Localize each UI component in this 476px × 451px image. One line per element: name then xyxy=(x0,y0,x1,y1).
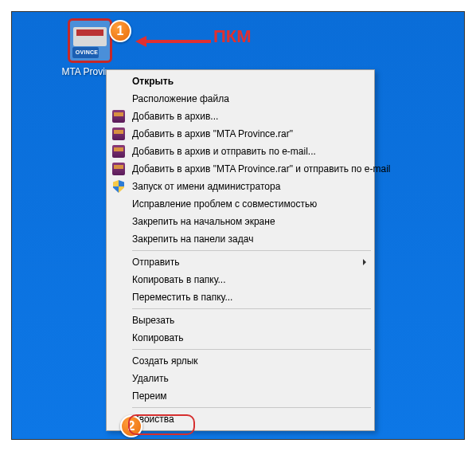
chevron-right-icon xyxy=(363,259,366,265)
context-menu: Открыть Расположение файла Добавить в ар… xyxy=(106,69,375,431)
menu-send-to-label: Отправить xyxy=(132,257,180,268)
menu-separator xyxy=(132,308,371,309)
menu-copy[interactable]: Копировать xyxy=(108,329,373,347)
menu-pin-start-label: Закрепить на начальном экране xyxy=(132,216,275,227)
menu-open-label: Открыть xyxy=(132,76,174,87)
menu-separator xyxy=(132,250,371,251)
menu-move-to-label: Переместить в папку... xyxy=(132,292,232,303)
menu-add-email[interactable]: Добавить в архив и отправить по e-mail..… xyxy=(108,143,373,160)
menu-troubleshoot[interactable]: Исправление проблем с совместимостью xyxy=(108,195,373,213)
menu-copy-label: Копировать xyxy=(132,332,184,343)
menu-cut-label: Вырезать xyxy=(132,315,174,326)
menu-copy-to-label: Копировать в папку... xyxy=(132,274,226,285)
menu-separator xyxy=(132,407,371,408)
winrar-icon xyxy=(111,109,126,124)
menu-pin-taskbar-label: Закрепить на панели задач xyxy=(132,233,253,245)
menu-run-admin-label: Запуск от имени администратора xyxy=(132,181,280,192)
menu-add-archive[interactable]: Добавить в архив... xyxy=(108,108,373,125)
menu-create-shortcut-label: Создать ярлык xyxy=(132,355,198,367)
desktop-background: OVINCE MTA Provin... 1 ПКМ Открыть Распо… xyxy=(11,11,465,440)
menu-move-to[interactable]: Переместить в папку... xyxy=(108,288,373,306)
menu-troubleshoot-label: Исправление проблем с совместимостью xyxy=(132,198,317,210)
menu-add-archive-label: Добавить в архив... xyxy=(132,111,218,122)
menu-rename-label: Переим xyxy=(132,390,167,402)
menu-delete[interactable]: Удалить xyxy=(108,370,373,387)
menu-add-named[interactable]: Добавить в архив "MTA Province.rar" xyxy=(108,125,373,143)
menu-open[interactable]: Открыть xyxy=(108,73,373,90)
callout-badge-2: 2 xyxy=(120,415,142,437)
menu-delete-label: Удалить xyxy=(132,373,169,384)
menu-file-location-label: Расположение файла xyxy=(132,93,229,104)
shield-icon xyxy=(111,179,126,194)
menu-add-named-email[interactable]: Добавить в архив "MTA Province.rar" и от… xyxy=(108,160,373,178)
menu-run-admin[interactable]: Запуск от имени администратора xyxy=(108,178,373,195)
menu-cut[interactable]: Вырезать xyxy=(108,312,373,329)
winrar-icon xyxy=(111,127,126,141)
menu-pin-start[interactable]: Закрепить на начальном экране xyxy=(108,213,373,230)
menu-send-to[interactable]: Отправить xyxy=(108,253,373,271)
menu-rename[interactable]: Переим xyxy=(108,387,373,405)
app-icon: OVINCE xyxy=(68,18,112,63)
annotation-arrow xyxy=(135,36,211,47)
menu-add-email-label: Добавить в архив и отправить по e-mail..… xyxy=(132,146,316,157)
menu-copy-to[interactable]: Копировать в папку... xyxy=(108,271,373,288)
annotation-rmb: ПКМ xyxy=(213,26,252,47)
callout-badge-1: 1 xyxy=(109,20,131,42)
app-icon-badge: OVINCE xyxy=(72,47,99,58)
menu-create-shortcut[interactable]: Создать ярлык xyxy=(108,352,373,370)
menu-separator xyxy=(132,349,371,350)
winrar-icon xyxy=(111,144,126,159)
menu-add-named-email-label: Добавить в архив "MTA Province.rar" и от… xyxy=(132,163,390,175)
winrar-icon xyxy=(111,162,126,176)
menu-file-location[interactable]: Расположение файла xyxy=(108,90,373,108)
menu-properties[interactable]: Свойства xyxy=(108,410,373,428)
menu-pin-taskbar[interactable]: Закрепить на панели задач xyxy=(108,230,373,248)
menu-add-named-label: Добавить в архив "MTA Province.rar" xyxy=(132,128,293,139)
